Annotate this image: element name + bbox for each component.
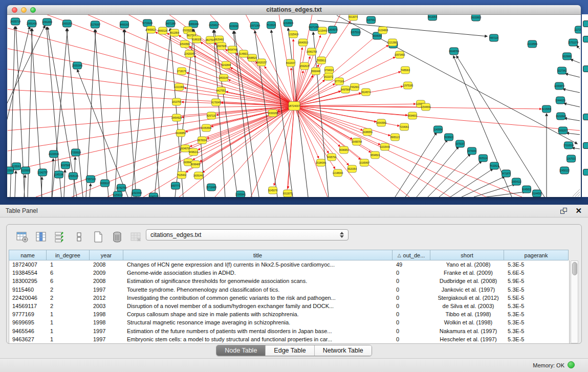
graph-node[interactable]: 11015443 bbox=[380, 143, 390, 150]
graph-node[interactable]: 12450122 bbox=[559, 167, 570, 174]
table-mode-icon[interactable] bbox=[16, 230, 29, 244]
graph-node[interactable]: 8427552 bbox=[216, 87, 226, 94]
graph-node[interactable]: 22420046 bbox=[184, 50, 195, 57]
graph-node[interactable]: 16648784 bbox=[449, 48, 460, 55]
graph-node[interactable]: 7955812 bbox=[317, 57, 326, 64]
graph-node[interactable]: 16543582 bbox=[376, 119, 387, 126]
graph-node[interactable]: 8186328 bbox=[192, 36, 201, 43]
graph-node[interactable]: 9146821 bbox=[239, 50, 248, 57]
graph-node[interactable]: 20053346 bbox=[72, 62, 83, 69]
column-header-pagerank[interactable]: pagerank bbox=[504, 250, 569, 260]
network-table-select[interactable]: citations_edges.txt bbox=[146, 229, 349, 240]
graph-node[interactable]: 9457771 bbox=[171, 182, 180, 189]
graph-node[interactable]: 5938923 bbox=[444, 134, 453, 141]
tab-edge-table[interactable]: Edge Table bbox=[266, 345, 314, 356]
graph-node[interactable]: 4170049 bbox=[211, 99, 221, 106]
graph-node[interactable]: 6497568 bbox=[341, 86, 350, 93]
graph-node[interactable]: 9827508 bbox=[206, 36, 215, 43]
graph-node[interactable]: 8660128 bbox=[158, 27, 167, 34]
graph-node[interactable]: 16033803 bbox=[471, 15, 482, 21]
graph-node[interactable]: 7625402 bbox=[177, 171, 186, 179]
graph-node[interactable]: 3915901 bbox=[7, 167, 14, 174]
graph-node[interactable]: 12975185 bbox=[403, 82, 413, 89]
graph-node[interactable]: 1140954 bbox=[433, 126, 443, 133]
table-row[interactable]: 946362711997Embryonic stem cells: a mode… bbox=[9, 335, 569, 343]
graph-node[interactable]: 14671388 bbox=[165, 20, 176, 27]
column-header-name[interactable]: name bbox=[9, 250, 47, 260]
tab-node-table[interactable]: Node Table bbox=[216, 345, 266, 356]
graph-node[interactable]: 12213363 bbox=[174, 83, 185, 91]
graph-node[interactable]: 12318905 bbox=[283, 19, 294, 27]
graph-node[interactable]: 1562615 bbox=[300, 62, 309, 70]
graph-node[interactable]: 16958107 bbox=[100, 180, 111, 187]
graph-node[interactable]: 16086551 bbox=[362, 128, 373, 136]
table-row[interactable]: 1938455462009Genome-wide association stu… bbox=[9, 269, 569, 277]
table-row[interactable]: 2242004622012Investigating the contribut… bbox=[9, 294, 569, 302]
graph-node[interactable]: 16091447 bbox=[193, 172, 204, 179]
delete-column-icon[interactable] bbox=[111, 230, 124, 244]
graph-node[interactable]: 15276067 bbox=[90, 21, 101, 28]
graph-node[interactable]: 15495794 bbox=[352, 138, 362, 145]
graph-node[interactable]: 8313074 bbox=[349, 15, 358, 20]
graph-node[interactable]: 9242848 bbox=[222, 61, 231, 69]
graph-node[interactable]: 13218586 bbox=[527, 40, 538, 48]
graph-node[interactable]: 8313075 bbox=[283, 190, 292, 197]
graph-node[interactable]: 7485063 bbox=[401, 67, 410, 74]
graph-node[interactable]: 10575310 bbox=[351, 29, 361, 36]
column-visibility-icon[interactable] bbox=[35, 230, 48, 244]
column-header-in-degree[interactable]: in_degree bbox=[47, 250, 90, 260]
graph-node[interactable]: 9227342 bbox=[557, 67, 567, 74]
graph-node[interactable]: 1115683 bbox=[21, 167, 30, 174]
graph-node[interactable]: 17359924 bbox=[71, 149, 81, 156]
graph-node[interactable]: 8466160 bbox=[120, 21, 129, 28]
graph-node[interactable]: 8471876 bbox=[502, 170, 511, 177]
close-icon[interactable]: ✕ bbox=[575, 206, 582, 215]
graph-node[interactable]: 2588520 bbox=[248, 54, 257, 61]
graph-node[interactable]: 1267533 bbox=[567, 155, 576, 162]
graph-node[interactable]: 10244501 bbox=[532, 190, 542, 197]
graph-node[interactable]: 9777169 bbox=[335, 78, 344, 85]
selection-mode-icon[interactable] bbox=[73, 230, 86, 244]
graph-node[interactable]: 16210643 bbox=[556, 113, 567, 120]
graph-node[interactable]: 18300295 bbox=[268, 110, 278, 117]
window-titlebar[interactable]: citations_edges.txt bbox=[7, 5, 581, 15]
graph-node[interactable]: 12342757 bbox=[37, 169, 48, 176]
graph-node[interactable]: 8096951 bbox=[339, 146, 349, 154]
graph-node[interactable]: 3624574 bbox=[361, 89, 371, 96]
graph-node[interactable]: 10543582 bbox=[180, 40, 190, 48]
graph-node[interactable]: 9594831 bbox=[408, 112, 417, 119]
graph-node[interactable]: 9245652 bbox=[522, 186, 531, 193]
graph-node[interactable]: 8322037 bbox=[286, 59, 295, 67]
graph-node[interactable]: 1215449 bbox=[318, 27, 327, 34]
graph-node[interactable]: 12505135 bbox=[68, 172, 79, 180]
graph-node[interactable]: 14055714 bbox=[10, 18, 21, 25]
graph-node[interactable]: 8215958 bbox=[542, 105, 551, 113]
graph-node[interactable]: 15751074 bbox=[568, 39, 579, 46]
graph-node[interactable]: 8099489 bbox=[191, 161, 200, 168]
graph-node[interactable]: 7204061 bbox=[400, 123, 409, 130]
graph-node[interactable]: 9336090 bbox=[229, 23, 238, 30]
graph-node[interactable]: 2935114 bbox=[478, 155, 488, 162]
graph-node[interactable]: 16782759 bbox=[116, 184, 127, 191]
table-row[interactable]: 1872400712008Changes of HCN gene express… bbox=[9, 260, 569, 269]
graph-node[interactable]: 8878334 bbox=[198, 137, 207, 144]
graph-node[interactable]: 14353594 bbox=[201, 124, 212, 132]
graph-node[interactable]: 11544691 bbox=[421, 103, 431, 111]
graph-node[interactable]: 1810755 bbox=[172, 98, 181, 105]
scrollbar-thumb[interactable] bbox=[572, 262, 577, 275]
graph-node[interactable]: 9495794 bbox=[327, 154, 336, 161]
network-canvas[interactable]: 1405571420891436115618831065325715276067… bbox=[7, 15, 581, 197]
graph-node[interactable]: 12444151 bbox=[555, 97, 566, 104]
graph-node[interactable]: 12923448 bbox=[132, 189, 142, 196]
graph-node[interactable]: 8813054 bbox=[428, 15, 437, 20]
graph-node[interactable]: 20206536 bbox=[49, 150, 59, 158]
graph-node[interactable]: 17016534 bbox=[563, 142, 574, 149]
graph-node[interactable]: 10347125 bbox=[148, 193, 159, 197]
graph-node[interactable]: 20891436 bbox=[27, 20, 37, 27]
graph-node[interactable]: 10165497 bbox=[359, 159, 370, 166]
table-row[interactable]: 969969511998Structural magnetic resonanc… bbox=[9, 318, 569, 326]
graph-node[interactable]: 8990448 bbox=[311, 68, 320, 75]
graph-node[interactable]: 15718485 bbox=[206, 184, 217, 191]
graph-node[interactable]: 6379197 bbox=[455, 140, 465, 147]
graph-node[interactable]: 7632621 bbox=[490, 162, 499, 169]
